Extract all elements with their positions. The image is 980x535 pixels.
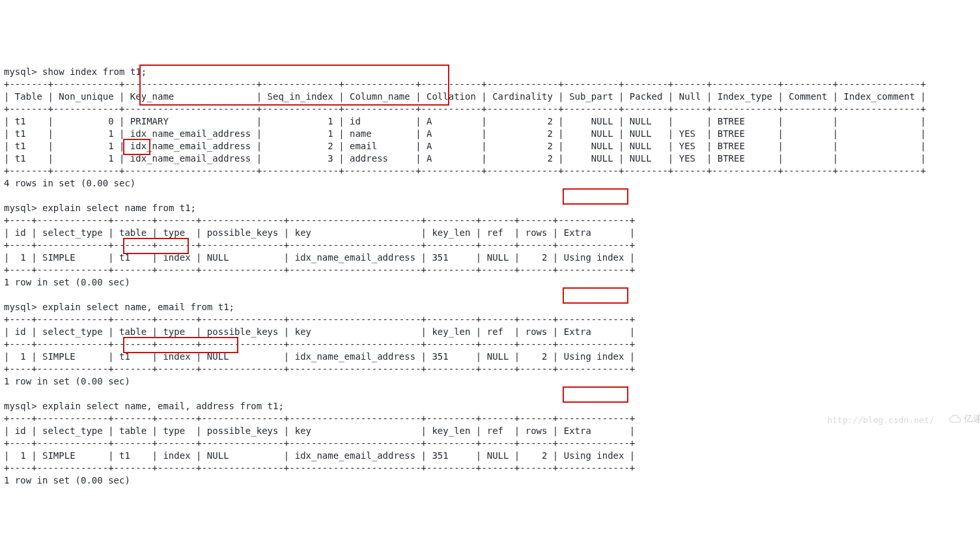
explain1-sep-bot: +----+-------------+-------+-------+----… (4, 265, 635, 275)
prompt: mysql> (4, 401, 37, 411)
index-sep-bot: +-------+------------+------------------… (4, 166, 926, 176)
explain2-sep-top: +----+-------------+-------+-------+----… (4, 314, 635, 325)
prompt: mysql> (4, 66, 37, 77)
explain3-header: | id | select_type | table | type | poss… (4, 426, 635, 436)
cloud-icon (948, 414, 961, 424)
sql-command-2: explain select name from t1; (42, 203, 196, 213)
watermark-url: http://blog.csdn.net/ (827, 414, 934, 426)
rows-1c: 1 row in set (0.00 sec) (4, 475, 130, 485)
rows-1a: 1 row in set (0.00 sec) (4, 277, 130, 287)
index-sep-mid: +-------+------------+------------------… (4, 104, 926, 114)
rows-4: 4 rows in set (0.00 sec) (4, 178, 135, 188)
highlight-using-index-3 (563, 386, 628, 403)
explain2-header: | id | select_type | table | type | poss… (4, 326, 635, 337)
index-sep-top: +-------+------------+------------------… (4, 79, 926, 89)
index-row-2: | t1 | 1 | idx_name_email_address | 2 | … (4, 141, 926, 151)
index-row-0: | t1 | 0 | PRIMARY | 1 | id | A | 2 | NU… (4, 116, 926, 126)
index-header: | Table | Non_unique | Key_name | Seq_in… (4, 91, 926, 102)
explain3-sep-top: +----+-------------+-------+-------+----… (4, 413, 635, 424)
explain3-sep-mid: +----+-------------+-------+-------+----… (4, 438, 635, 448)
explain3-sep-bot: +----+-------------+-------+-------+----… (4, 463, 635, 473)
explain2-sep-bot: +----+-------------+-------+-------+----… (4, 364, 635, 374)
index-row-1: | t1 | 1 | idx_name_email_address | 1 | … (4, 128, 926, 139)
explain1-row: | 1 | SIMPLE | t1 | index | NULL | idx_n… (4, 252, 635, 263)
explain3-row: | 1 | SIMPLE | t1 | index | NULL | idx_n… (4, 450, 635, 461)
prompt: mysql> (4, 203, 37, 213)
watermark-logo: 亿速云 (948, 412, 980, 425)
sql-command-4: explain select name, email, address from… (42, 401, 284, 411)
explain1-header: | id | select_type | table | type | poss… (4, 227, 635, 238)
explain1-sep-mid: +----+-------------+-------+-------+----… (4, 240, 635, 250)
highlight-using-index-2 (563, 287, 628, 304)
watermark-brand-text: 亿速云 (964, 412, 980, 425)
explain2-sep-mid: +----+-------------+-------+-------+----… (4, 339, 635, 349)
prompt: mysql> (4, 302, 37, 312)
explain2-row: | 1 | SIMPLE | t1 | index | NULL | idx_n… (4, 351, 635, 362)
rows-1b: 1 row in set (0.00 sec) (4, 376, 130, 386)
highlight-using-index-1 (563, 188, 628, 205)
sql-command-3: explain select name, email from t1; (42, 302, 234, 312)
index-row-3: | t1 | 1 | idx_name_email_address | 3 | … (4, 153, 926, 164)
explain1-sep-top: +----+-------------+-------+-------+----… (4, 215, 635, 225)
sql-command-1: show index from t1; (42, 66, 147, 77)
